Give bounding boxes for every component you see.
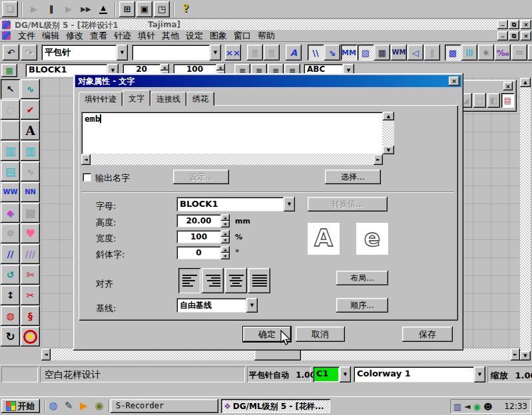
scroll-up-button[interactable]: ▲ bbox=[383, 112, 394, 120]
heart-fill-tool[interactable]: ♥ bbox=[21, 223, 40, 243]
menu-image[interactable]: 图象 bbox=[206, 29, 230, 43]
dialog-title-bar[interactable]: 对象属性 - 文字 × bbox=[75, 75, 461, 87]
zigzag-tool[interactable]: WW bbox=[1, 182, 20, 202]
output-name-checkbox[interactable] bbox=[83, 173, 91, 182]
chevron-down-icon[interactable]: ▼ bbox=[210, 45, 221, 61]
stitch-list-button[interactable]: ≣ bbox=[247, 45, 263, 61]
connect-stitch-button[interactable]: ×× bbox=[225, 45, 241, 61]
media-player-launch-button[interactable]: ▶ bbox=[77, 399, 91, 413]
fast-forward-button[interactable]: ▶▶ bbox=[78, 1, 94, 17]
tab-fill-stitch[interactable]: 填针针迹 bbox=[79, 92, 123, 106]
sequin-button[interactable]: ‰ bbox=[495, 45, 511, 61]
grid-toggle-button[interactable]: ▦ bbox=[1, 64, 17, 77]
menu-help[interactable]: 帮助 bbox=[254, 29, 278, 43]
lettering-tool[interactable]: A bbox=[21, 120, 40, 140]
qq-tray-icon[interactable]: ☻ bbox=[483, 402, 493, 411]
menu-window[interactable]: 窗口 bbox=[230, 29, 254, 43]
menu-fill[interactable]: 填针 bbox=[134, 29, 158, 43]
scroll-up-button[interactable]: ▲ bbox=[520, 78, 531, 87]
tab-text[interactable]: 文字 bbox=[123, 90, 150, 106]
chevron-down-icon[interactable]: ▼ bbox=[340, 366, 351, 382]
chevron-down-icon[interactable]: ▼ bbox=[284, 197, 295, 211]
satin-stitch-button[interactable]: ΜΜ bbox=[341, 45, 357, 61]
child-close-button[interactable]: × bbox=[521, 31, 531, 41]
align-center-button[interactable] bbox=[225, 268, 247, 293]
apply-tool[interactable]: ✔ bbox=[21, 100, 40, 120]
pause-button[interactable]: ‖ bbox=[43, 1, 59, 17]
bars-fill-button[interactable]: ||| bbox=[461, 45, 477, 61]
text-horizontal-scrollbar[interactable]: ◄ ► bbox=[81, 154, 383, 165]
needle-updown-tool[interactable]: ↕ bbox=[1, 285, 20, 305]
satin-column2-tool[interactable]: ▥ bbox=[21, 141, 40, 161]
select-tool[interactable]: ↖ bbox=[1, 79, 20, 99]
e-stitch-tool[interactable]: NN bbox=[21, 182, 40, 202]
floating-toolbar-close-button[interactable]: × bbox=[503, 82, 513, 90]
align-left-button[interactable] bbox=[178, 268, 200, 293]
run-stitch-button[interactable]: \\ bbox=[308, 45, 324, 61]
swirl-fill-tool[interactable]: ❁ bbox=[1, 223, 20, 243]
cross-stitch-button[interactable]: ▦ bbox=[374, 45, 390, 61]
redo-button[interactable]: ↷ bbox=[21, 45, 37, 61]
letter-combo[interactable]: BLOCK1▼ bbox=[176, 197, 295, 211]
lasso-tool[interactable]: ◌ bbox=[1, 100, 20, 120]
splash-fill-button[interactable]: ✳ bbox=[478, 45, 494, 61]
chevron-down-icon[interactable]: ▼ bbox=[246, 298, 258, 313]
align-right-button[interactable] bbox=[202, 268, 224, 293]
thread-bow-tool[interactable]: ✄ bbox=[21, 265, 40, 285]
scroll-right-button[interactable]: ► bbox=[374, 154, 383, 165]
zigzag-stitch-button[interactable]: WM bbox=[391, 45, 407, 61]
chevron-down-icon[interactable]: ▼ bbox=[117, 45, 128, 61]
select-box-button[interactable]: □ bbox=[473, 93, 486, 108]
open-button[interactable]: ❏ bbox=[2, 1, 18, 17]
start-button[interactable]: 开始 bbox=[1, 399, 40, 413]
scroll-down-button[interactable]: ▼ bbox=[383, 146, 394, 154]
spinner-buttons[interactable]: ▲▼ bbox=[221, 214, 230, 227]
child-restore-button[interactable]: ⧉ bbox=[509, 31, 519, 41]
italic-spinner[interactable]: 0 ▲▼ bbox=[176, 246, 230, 259]
select-button[interactable]: 选择... bbox=[325, 170, 381, 184]
angle-lines-tool[interactable]: // bbox=[1, 244, 20, 264]
mesh-fill-tool[interactable]: ▩ bbox=[21, 203, 40, 223]
resize-window-button[interactable]: ◳ bbox=[154, 1, 170, 17]
baseline-combo[interactable]: 自由基线▼ bbox=[176, 298, 258, 313]
scroll-left-button[interactable]: ◄ bbox=[41, 348, 51, 360]
order-button[interactable]: 顺序... bbox=[336, 298, 388, 313]
text-entry[interactable]: emb bbox=[81, 112, 383, 154]
tab-connection[interactable]: 连接线 bbox=[150, 92, 186, 106]
menu-settings[interactable]: 设定 bbox=[182, 29, 206, 43]
clock[interactable]: 12:33 bbox=[504, 402, 527, 411]
globe-launch-button[interactable]: ◉ bbox=[93, 399, 106, 413]
volume-tray-icon[interactable]: ◄ bbox=[464, 402, 470, 410]
program-fill-button[interactable]: ▨ bbox=[358, 45, 374, 61]
menu-stitch[interactable]: 针迹 bbox=[111, 29, 134, 43]
restore-button[interactable]: ⧉ bbox=[509, 20, 519, 29]
zoom-box-button[interactable]: ◧ bbox=[487, 93, 500, 108]
width-spinner[interactable]: 100 ▲▼ bbox=[176, 230, 230, 243]
gpu-tray-icon[interactable]: ◉ bbox=[473, 402, 481, 411]
applique-button[interactable]: ◁ bbox=[407, 45, 423, 61]
scroll-down-button[interactable]: ▼ bbox=[520, 351, 531, 360]
spinner-buttons[interactable]: ▲▼ bbox=[221, 230, 230, 243]
ellipse-direction-tool[interactable]: ↺ bbox=[1, 265, 20, 285]
rotate-tool[interactable]: ↻ bbox=[1, 327, 20, 346]
motif-run-button[interactable]: ⇘ bbox=[324, 45, 340, 61]
column-fill-button[interactable]: ∥ bbox=[424, 45, 440, 61]
vertical-scrollbar[interactable]: ▲ ▼ bbox=[520, 78, 531, 360]
task-button-s-recorder[interactable]: S-Recorder bbox=[111, 399, 218, 413]
curve-point-tool[interactable]: ∿ bbox=[21, 79, 40, 99]
layout-button[interactable]: 布局... bbox=[336, 271, 388, 285]
satin-path-tool[interactable]: ▤ bbox=[1, 162, 20, 182]
spinner-buttons[interactable]: ▲▼ bbox=[221, 246, 230, 259]
convert-value-button[interactable]: 转换值... bbox=[308, 197, 388, 211]
minimize-button[interactable]: _ bbox=[497, 20, 508, 29]
scissors-tool[interactable]: ✂ bbox=[21, 285, 40, 305]
scroll-right-button[interactable]: ► bbox=[511, 348, 520, 360]
align-justify-button[interactable] bbox=[248, 268, 270, 293]
eject-button[interactable]: ▲ bbox=[95, 1, 111, 17]
scroll-left-button[interactable]: ◄ bbox=[81, 154, 91, 165]
wave-fill-button[interactable]: ≈ bbox=[511, 45, 527, 61]
menu-other[interactable]: 其他 bbox=[158, 29, 182, 43]
menu-edit[interactable]: 编辑 bbox=[39, 29, 63, 43]
help-button[interactable]: ? bbox=[178, 1, 194, 17]
stop-tool[interactable]: ● bbox=[21, 327, 40, 346]
